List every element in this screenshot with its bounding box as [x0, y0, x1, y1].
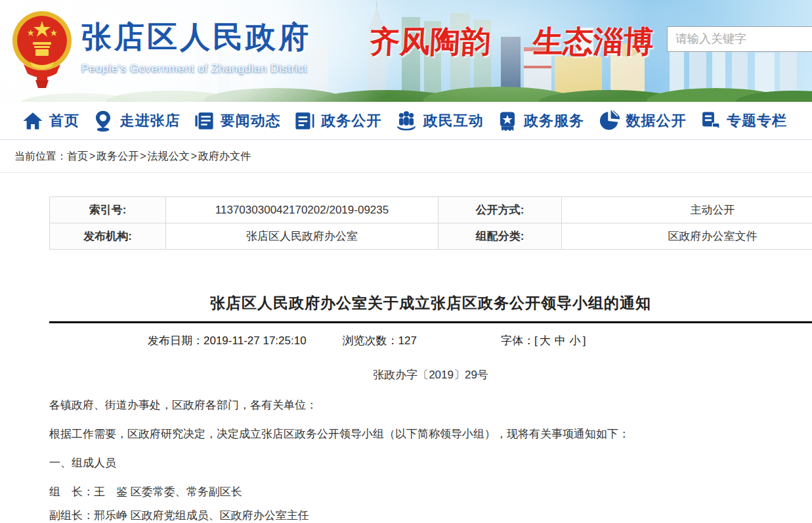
- nav-item-about[interactable]: 走进张店: [92, 110, 180, 132]
- nav-item-news[interactable]: 要闻动态: [193, 110, 281, 132]
- category-value: 区政府办公室文件: [562, 223, 812, 250]
- nav-label: 走进张店: [119, 111, 180, 131]
- open-method-value: 主动公开: [562, 197, 812, 223]
- title-divider: [49, 321, 812, 323]
- font-size-medium-button[interactable]: 中: [555, 334, 566, 347]
- breadcrumb-item-office-docs[interactable]: 政府办文件: [198, 150, 251, 162]
- people-icon: [395, 110, 418, 132]
- table-row: 发布机构: 张店区人民政府办公室 组配分类: 区政府办公室文件: [50, 223, 812, 250]
- nav-item-interaction[interactable]: 政民互动: [395, 110, 484, 132]
- search-box: [667, 26, 812, 52]
- paragraph: 组 长：王 鉴 区委常委、常务副区长: [49, 484, 812, 501]
- columns-icon: [699, 110, 721, 132]
- font-size-suffix: ]: [583, 334, 586, 347]
- national-emblem-logo: [11, 4, 74, 91]
- paragraph: 各镇政府、街道办事处，区政府各部门，各有关单位：: [49, 397, 812, 414]
- location-icon: [92, 110, 114, 132]
- paragraph: 根据工作需要，区政府研究决定，决定成立张店区政务公开领导小组（以下简称领导小组）…: [49, 426, 812, 443]
- breadcrumb-item-regulations[interactable]: 法规公文: [148, 150, 190, 162]
- font-size-small-button[interactable]: 小: [570, 334, 581, 347]
- nav-label: 首页: [49, 111, 79, 131]
- pie-chart-icon: [597, 109, 621, 133]
- nav-item-home[interactable]: 首页: [22, 110, 79, 132]
- document-info-table: 索引号: 113703030042170202/2019-09235 公开方式:…: [49, 196, 812, 250]
- paragraph: 一、组成人员: [49, 455, 812, 472]
- header-banner: 张店区人民政府 People's Government of Zhangdian…: [0, 0, 812, 102]
- nav-label: 政务服务: [524, 111, 584, 131]
- breadcrumb-separator: >: [191, 150, 197, 162]
- main-content: 索引号: 113703030042170202/2019-09235 公开方式:…: [0, 196, 812, 523]
- city-slogan: 齐风陶韵 生态淄博: [368, 22, 654, 62]
- nav-label: 政民互动: [423, 111, 484, 131]
- home-icon: [22, 110, 44, 132]
- document-number: 张政办字〔2019〕29号: [49, 367, 812, 384]
- publish-date: 发布日期：2019-11-27 17:25:10: [148, 333, 307, 348]
- breadcrumb-separator: >: [89, 150, 95, 162]
- nav-item-services[interactable]: 政务服务: [496, 110, 584, 132]
- nav-label: 数据公开: [626, 111, 687, 131]
- index-number-value: 113703030042170202/2019-09235: [166, 197, 438, 223]
- nav-item-special-columns[interactable]: 专题专栏: [699, 110, 787, 132]
- font-size-prefix: 字体：[: [501, 334, 538, 347]
- nav-label: 专题专栏: [727, 111, 787, 131]
- search-input[interactable]: [668, 27, 812, 51]
- table-row: 索引号: 113703030042170202/2019-09235 公开方式:…: [50, 197, 812, 223]
- document-body: 张政办字〔2019〕29号 各镇政府、街道办事处，区政府各部门，各有关单位： 根…: [49, 367, 812, 523]
- article-meta: 发布日期：2019-11-27 17:25:10 浏览次数：127 字体：[大中…: [49, 333, 812, 348]
- paragraph: 副组长：邢乐峥 区政府党组成员、区政府办公室主任: [49, 507, 812, 523]
- badge-star-icon: [496, 110, 519, 132]
- issuing-agency-label: 发布机构:: [50, 223, 166, 250]
- font-size-large-button[interactable]: 大: [540, 334, 551, 347]
- slogan-part-2: 生态淄博: [532, 24, 654, 58]
- document-icon: [293, 110, 316, 132]
- site-title: 张店区人民政府: [81, 17, 311, 58]
- page: 张店区人民政府 People's Government of Zhangdian…: [0, 0, 812, 523]
- nav-item-open-data[interactable]: 数据公开: [597, 109, 687, 133]
- main-navigation: 首页 走进张店 要闻动态: [0, 102, 812, 140]
- breadcrumb-prefix: 当前位置：: [14, 150, 67, 162]
- font-size-widget: 字体：[大中小]: [501, 333, 586, 348]
- article-title: 张店区人民政府办公室关于成立张店区政务公开领导小组的通知: [49, 293, 812, 313]
- breadcrumb-item-gov-info[interactable]: 政务公开: [96, 150, 139, 162]
- breadcrumb: 当前位置：首页>政务公开>法规公文>政府办文件: [0, 140, 812, 173]
- breadcrumb-item-home[interactable]: 首页: [67, 150, 88, 162]
- nav-item-gov-info[interactable]: 政务公开: [293, 110, 381, 132]
- site-identity: 张店区人民政府 People's Government of Zhangdian…: [81, 17, 311, 76]
- breadcrumb-separator: >: [140, 150, 146, 162]
- issuing-agency-value: 张店区人民政府办公室: [166, 223, 438, 250]
- open-method-label: 公开方式:: [438, 197, 562, 223]
- news-icon: [193, 110, 215, 132]
- nav-label: 要闻动态: [221, 111, 281, 131]
- nav-label: 政务公开: [321, 111, 381, 131]
- view-count: 浏览次数：127: [343, 333, 417, 348]
- index-number-label: 索引号:: [50, 197, 166, 223]
- slogan-part-1: 齐风陶韵: [369, 24, 492, 58]
- category-label: 组配分类:: [438, 223, 562, 250]
- site-subtitle: People's Government of Zhangdian Distric…: [81, 62, 311, 76]
